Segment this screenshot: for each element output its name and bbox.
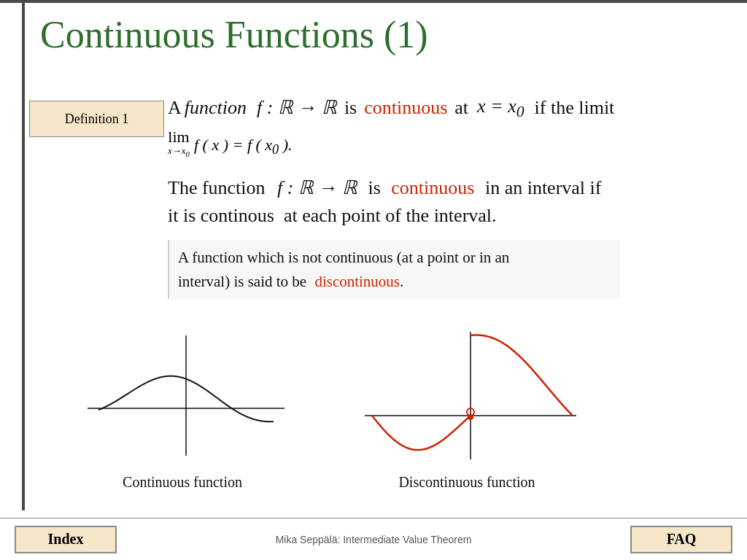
discontinuous-graph-container: Discontinuous function [336, 321, 598, 491]
continuous-graph-label: Continuous function [123, 474, 242, 491]
lim-subscript: x→x0 [168, 145, 190, 158]
lim-block: lim x→x0 [168, 128, 190, 158]
index-label: Index [48, 531, 84, 548]
discontinuous-word: discontinuous [314, 273, 400, 290]
the-function-text: The function [168, 177, 266, 198]
limit-equation: lim x→x0 f ( x ) = f ( x0 ). [168, 128, 722, 158]
discontinuous-block: A function which is not continuous (at a… [168, 240, 620, 299]
discontinuous-graph-label: Discontinuous function [398, 474, 535, 491]
page-title: Continuous Functions (1) [40, 13, 428, 56]
is-text: is [344, 95, 357, 121]
disc-line2: interval) is said to be discontinuous. [178, 270, 611, 294]
disc-period: . [400, 273, 403, 290]
continuous-word1: continuous [364, 95, 447, 121]
top-border [0, 0, 747, 3]
continuous-graph [58, 321, 306, 467]
disc-prefix: interval) is said to be [178, 273, 306, 290]
continuous-graph-container: Continuous function [58, 321, 306, 491]
main-content: A function f : ℝ → ℝ is continuous at x … [168, 93, 722, 299]
function-text: function [185, 95, 247, 121]
left-border [22, 0, 25, 510]
is-text2: is [368, 177, 380, 198]
continuous-word2: continuous [391, 177, 474, 198]
faq-button[interactable]: FAQ [630, 526, 732, 553]
if-limit-text: if the limit [535, 95, 615, 121]
lim-text: lim [168, 128, 189, 147]
x-eq: x = x0 [477, 93, 524, 123]
interval-definition: The function f : ℝ → ℝ is continuous in … [168, 174, 722, 202]
faq-label: FAQ [667, 531, 697, 548]
f-map2: f : ℝ → ℝ [277, 177, 357, 198]
index-button[interactable]: Index [15, 526, 117, 553]
at-text: at [454, 95, 468, 121]
graphs-area: Continuous function Discontinuous functi… [58, 321, 693, 491]
interval-line2: it is continous at each point of the int… [168, 205, 722, 227]
definition-label: Definition 1 [65, 112, 129, 127]
footer: Index Mika Seppälä: Intermediate Value T… [0, 518, 747, 560]
f-map: f : ℝ → ℝ [257, 95, 337, 121]
discontinuous-graph [336, 321, 598, 467]
definition-box: Definition 1 [29, 101, 164, 137]
limit-expr: f ( x ) = f ( x0 ). [194, 136, 293, 158]
footer-attribution: Mika Seppälä: Intermediate Value Theorem [276, 534, 472, 545]
disc-line1: A function which is not continuous (at a… [178, 246, 611, 270]
a-text: A [168, 95, 182, 121]
in-interval-text: in an interval if [485, 177, 602, 198]
definition-line1: A function f : ℝ → ℝ is continuous at x … [168, 93, 722, 123]
